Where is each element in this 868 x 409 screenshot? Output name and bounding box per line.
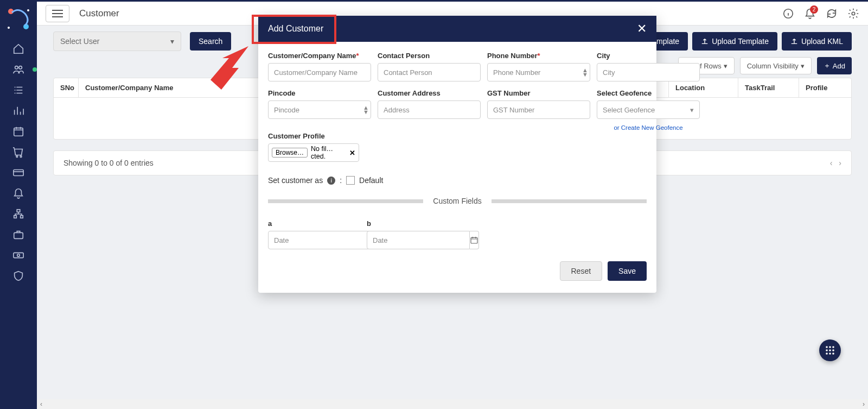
label-customer-profile: Customer Profile bbox=[268, 132, 359, 140]
svg-rect-12 bbox=[21, 216, 23, 218]
nav-home[interactable] bbox=[7, 39, 30, 59]
notification-icon[interactable]: 2 bbox=[804, 8, 816, 20]
svg-point-25 bbox=[829, 353, 831, 355]
nav-calendar[interactable] bbox=[7, 121, 30, 142]
scroll-right[interactable]: › bbox=[863, 400, 865, 408]
set-customer-label: Set customer as bbox=[268, 176, 323, 185]
add-customer-modal: Add Customer ✕ Customer/Company Name* Co… bbox=[258, 16, 656, 293]
label-pincode: Pincode bbox=[268, 89, 371, 97]
nav-security[interactable] bbox=[7, 266, 30, 286]
label-b: b bbox=[367, 219, 458, 228]
svg-rect-6 bbox=[14, 128, 23, 136]
nav-expenses[interactable] bbox=[7, 245, 30, 266]
label-city: City bbox=[597, 52, 700, 60]
address-input[interactable] bbox=[378, 100, 481, 119]
save-button[interactable]: Save bbox=[608, 261, 647, 281]
horizontal-scrollbar[interactable]: ‹ › bbox=[37, 399, 868, 409]
svg-rect-10 bbox=[17, 210, 20, 212]
svg-point-19 bbox=[829, 346, 831, 348]
page-next[interactable]: › bbox=[839, 159, 841, 167]
phone-number-input[interactable] bbox=[487, 63, 590, 81]
nav-analytics[interactable] bbox=[7, 100, 30, 121]
label-phone: Phone Number* bbox=[487, 52, 590, 60]
nav-orders[interactable] bbox=[7, 142, 30, 162]
clear-file-icon[interactable]: ✕ bbox=[349, 149, 355, 157]
select-user-label: Select User bbox=[60, 37, 99, 46]
svg-rect-9 bbox=[14, 170, 23, 176]
nav-jobs[interactable] bbox=[7, 224, 30, 245]
default-checkbox[interactable] bbox=[346, 176, 355, 185]
apps-fab[interactable] bbox=[819, 339, 841, 361]
svg-point-5 bbox=[19, 66, 22, 70]
company-name-input[interactable] bbox=[268, 63, 371, 81]
refresh-icon[interactable] bbox=[826, 8, 838, 20]
pincode-input[interactable] bbox=[268, 100, 371, 119]
svg-point-20 bbox=[832, 346, 834, 348]
nav-tasks[interactable] bbox=[7, 80, 30, 100]
set-customer-row: Set customer as i : Default bbox=[268, 176, 647, 185]
label-gst: GST Number bbox=[487, 89, 590, 97]
caret-down-icon: ▾ bbox=[170, 37, 174, 46]
city-input[interactable] bbox=[597, 63, 700, 81]
custom-fields-title: Custom Fields bbox=[433, 197, 481, 205]
upload-template-button[interactable]: Upload Template bbox=[692, 32, 777, 51]
calendar-icon[interactable] bbox=[470, 231, 479, 249]
svg-rect-28 bbox=[471, 237, 477, 243]
default-label: Default bbox=[359, 176, 383, 185]
page-prev[interactable]: ‹ bbox=[830, 159, 833, 167]
svg-point-18 bbox=[826, 346, 828, 348]
create-geofence-link[interactable]: or Create New Geofence bbox=[597, 124, 700, 131]
showing-text: Showing 0 to 0 of 0 entries bbox=[63, 159, 154, 167]
select-user-dropdown[interactable]: Select User ▾ bbox=[53, 32, 181, 51]
close-icon[interactable]: ✕ bbox=[637, 23, 647, 35]
label-address: Customer Address bbox=[378, 89, 481, 97]
label-geofence: Select Geofence bbox=[597, 89, 700, 97]
modal-header: Add Customer ✕ bbox=[258, 16, 656, 42]
file-status: No fil…cted. bbox=[311, 145, 346, 160]
nav-org[interactable] bbox=[7, 204, 30, 224]
app-logo bbox=[4, 5, 33, 33]
svg-point-7 bbox=[16, 156, 18, 158]
svg-point-3 bbox=[27, 9, 29, 11]
svg-point-24 bbox=[826, 353, 828, 355]
nav-payments[interactable] bbox=[7, 162, 30, 183]
nav-customers[interactable] bbox=[7, 59, 30, 80]
upload-kml-button[interactable]: Upload KML bbox=[782, 32, 852, 51]
page-title: Customer bbox=[79, 8, 119, 19]
menu-toggle-button[interactable] bbox=[46, 5, 69, 22]
field-a-input[interactable] bbox=[268, 231, 371, 249]
label-contact: Contact Person bbox=[378, 52, 481, 60]
reset-button[interactable]: Reset bbox=[560, 261, 603, 281]
custom-fields-divider: Custom Fields bbox=[268, 197, 647, 205]
svg-rect-13 bbox=[14, 232, 23, 238]
settings-icon[interactable] bbox=[847, 8, 859, 20]
svg-rect-14 bbox=[14, 253, 23, 257]
search-button[interactable]: Search bbox=[190, 32, 231, 51]
svg-point-4 bbox=[15, 66, 18, 70]
customer-profile-file[interactable]: Browse… No fil…cted. ✕ bbox=[268, 143, 359, 162]
svg-point-17 bbox=[852, 12, 855, 15]
spinner-icon[interactable]: ▲▼ bbox=[363, 105, 369, 114]
sidebar bbox=[0, 2, 37, 409]
contact-person-input[interactable] bbox=[378, 63, 481, 81]
svg-point-2 bbox=[8, 27, 10, 29]
info-icon[interactable] bbox=[782, 8, 794, 20]
add-button[interactable]: ＋Add bbox=[817, 57, 852, 74]
gst-input[interactable] bbox=[487, 100, 590, 119]
browse-button[interactable]: Browse… bbox=[272, 148, 308, 158]
svg-point-23 bbox=[832, 349, 834, 351]
label-company-name: Customer/Company Name* bbox=[268, 52, 371, 60]
svg-point-21 bbox=[826, 349, 828, 351]
field-b-input[interactable] bbox=[367, 231, 470, 249]
svg-point-26 bbox=[832, 353, 834, 355]
info-icon[interactable]: i bbox=[327, 177, 335, 185]
geofence-select[interactable]: Select Geofence▾ bbox=[597, 100, 700, 119]
col-sno: SNo bbox=[54, 78, 79, 97]
column-visibility-dropdown[interactable]: Column Visibility▾ bbox=[740, 57, 812, 74]
nav-alerts[interactable] bbox=[7, 183, 30, 204]
col-profile: Profile bbox=[799, 78, 851, 97]
spinner-icon[interactable]: ▲▼ bbox=[582, 68, 588, 77]
modal-title: Add Customer bbox=[268, 24, 323, 34]
svg-rect-11 bbox=[14, 216, 17, 218]
scroll-left[interactable]: ‹ bbox=[40, 400, 42, 408]
